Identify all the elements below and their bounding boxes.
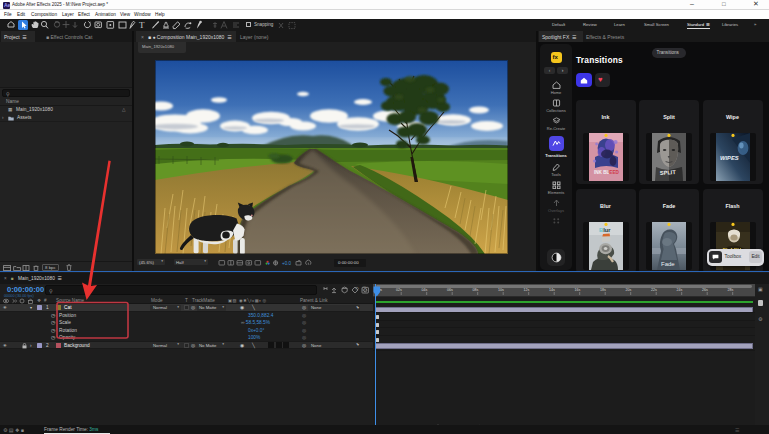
svg-text:SPLIT: SPLIT xyxy=(660,169,677,176)
svg-text:INK BLEED: INK BLEED xyxy=(594,170,619,175)
svg-text:T: T xyxy=(139,20,145,30)
svg-text:Blur: Blur xyxy=(599,227,611,233)
svg-text:Fade: Fade xyxy=(661,261,675,267)
svg-text:WIPES: WIPES xyxy=(720,155,739,161)
svg-text:+0.0: +0.0 xyxy=(282,261,292,266)
